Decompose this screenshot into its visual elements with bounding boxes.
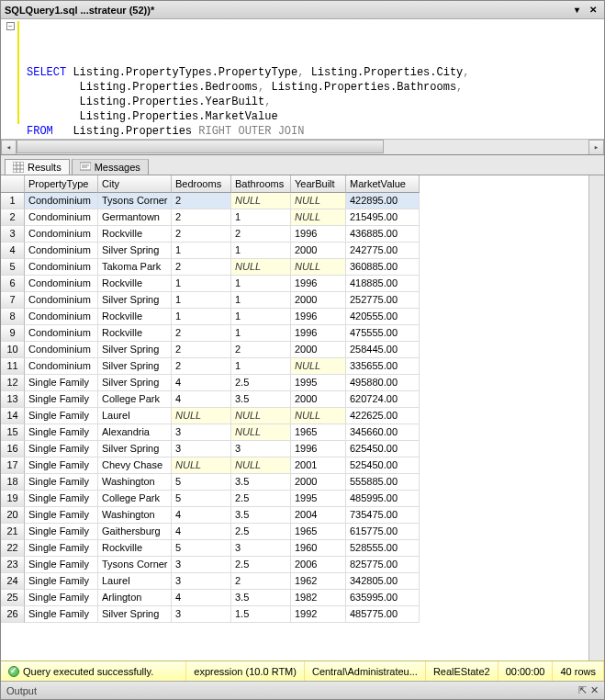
grid-cell[interactable]: Condominium: [25, 358, 98, 375]
grid-cell[interactable]: 2000: [291, 243, 346, 259]
grid-cell[interactable]: Single Family: [25, 507, 98, 524]
scroll-thumb[interactable]: [17, 140, 384, 153]
row-number[interactable]: 15: [1, 424, 25, 441]
grid-cell[interactable]: 1996: [291, 441, 346, 457]
row-number[interactable]: 13: [1, 391, 25, 408]
grid-cell[interactable]: Silver Spring: [98, 292, 172, 309]
grid-cell[interactable]: 2: [172, 342, 231, 358]
dropdown-icon[interactable]: ▾: [569, 4, 584, 17]
row-number[interactable]: 9: [1, 325, 25, 342]
grid-cell[interactable]: 335655.00: [346, 358, 420, 375]
grid-cell[interactable]: Single Family: [25, 590, 98, 606]
pin-icon[interactable]: ⇱: [578, 684, 587, 696]
grid-cell[interactable]: 475555.00: [346, 325, 420, 342]
row-number[interactable]: 16: [1, 441, 25, 457]
grid-cell[interactable]: Condominium: [25, 193, 98, 209]
grid-cell[interactable]: 4: [172, 524, 231, 540]
grid-cell[interactable]: 2.5: [231, 524, 291, 540]
grid-cell[interactable]: 1: [231, 292, 291, 309]
grid-cell[interactable]: 418885.00: [346, 276, 420, 292]
v-scrollbar[interactable]: [588, 175, 604, 660]
row-number[interactable]: 25: [1, 590, 25, 606]
grid-cell[interactable]: College Park: [98, 491, 172, 507]
fold-icon[interactable]: −: [6, 22, 15, 30]
grid-cell[interactable]: Silver Spring: [98, 243, 172, 259]
row-number[interactable]: 4: [1, 243, 25, 259]
grid-cell[interactable]: Single Family: [25, 524, 98, 540]
scroll-left-icon[interactable]: ◂: [1, 140, 17, 155]
grid-cell[interactable]: 2: [172, 325, 231, 342]
column-header[interactable]: City: [98, 175, 172, 193]
row-number[interactable]: 8: [1, 309, 25, 325]
grid-cell[interactable]: 422895.00: [346, 193, 420, 209]
row-number[interactable]: 1: [1, 193, 25, 209]
grid-cell[interactable]: 1: [172, 292, 231, 309]
grid-cell[interactable]: 1: [231, 325, 291, 342]
grid-cell[interactable]: 2000: [291, 391, 346, 408]
row-number[interactable]: 26: [1, 606, 25, 623]
grid-cell[interactable]: Rockville: [98, 226, 172, 243]
grid-cell[interactable]: 3: [172, 606, 231, 623]
grid-cell[interactable]: 1996: [291, 276, 346, 292]
row-number[interactable]: 18: [1, 474, 25, 491]
grid-cell[interactable]: 1: [231, 209, 291, 226]
grid-cell[interactable]: Rockville: [98, 540, 172, 557]
grid-cell[interactable]: Single Family: [25, 491, 98, 507]
grid-cell[interactable]: 2000: [291, 342, 346, 358]
grid-cell[interactable]: 436885.00: [346, 226, 420, 243]
grid-cell[interactable]: 342805.00: [346, 573, 420, 590]
tab-results[interactable]: Results: [5, 159, 70, 175]
grid-cell[interactable]: 2: [172, 259, 231, 276]
grid-cell[interactable]: NULL: [231, 424, 291, 441]
grid-cell[interactable]: NULL: [291, 193, 346, 209]
grid-cell[interactable]: Single Family: [25, 375, 98, 391]
grid-cell[interactable]: 620724.00: [346, 391, 420, 408]
row-number[interactable]: 11: [1, 358, 25, 375]
grid-cell[interactable]: 495880.00: [346, 375, 420, 391]
grid-cell[interactable]: Condominium: [25, 259, 98, 276]
row-number[interactable]: 14: [1, 408, 25, 424]
grid-cell[interactable]: NULL: [231, 457, 291, 474]
grid-cell[interactable]: Condominium: [25, 292, 98, 309]
grid-cell[interactable]: 1995: [291, 375, 346, 391]
row-number[interactable]: 20: [1, 507, 25, 524]
grid-cell[interactable]: 1: [231, 276, 291, 292]
grid-cell[interactable]: Tysons Corner: [98, 557, 172, 573]
grid-cell[interactable]: 555885.00: [346, 474, 420, 491]
grid-cell[interactable]: 4: [172, 375, 231, 391]
grid-cell[interactable]: 420555.00: [346, 309, 420, 325]
row-number[interactable]: 10: [1, 342, 25, 358]
grid-cell[interactable]: 4: [172, 391, 231, 408]
grid-cell[interactable]: Single Family: [25, 573, 98, 590]
grid-cell[interactable]: Silver Spring: [98, 375, 172, 391]
grid-cell[interactable]: 1: [231, 309, 291, 325]
grid-cell[interactable]: 422625.00: [346, 408, 420, 424]
grid-cell[interactable]: 1995: [291, 491, 346, 507]
grid-cell[interactable]: Washington: [98, 474, 172, 491]
grid-cell[interactable]: 258445.00: [346, 342, 420, 358]
grid-cell[interactable]: 3: [231, 540, 291, 557]
grid-cell[interactable]: 1: [231, 358, 291, 375]
grid-cell[interactable]: 1.5: [231, 606, 291, 623]
grid-cell[interactable]: 525450.00: [346, 457, 420, 474]
grid-cell[interactable]: 1: [172, 276, 231, 292]
grid-cell[interactable]: 4: [172, 507, 231, 524]
row-number[interactable]: 3: [1, 226, 25, 243]
grid-cell[interactable]: 1982: [291, 590, 346, 606]
column-header[interactable]: Bathrooms: [231, 175, 291, 193]
grid-cell[interactable]: Single Family: [25, 606, 98, 623]
grid-cell[interactable]: 2.5: [231, 375, 291, 391]
h-scrollbar[interactable]: ◂ ▸: [1, 139, 604, 154]
grid-cell[interactable]: Single Family: [25, 408, 98, 424]
grid-cell[interactable]: Laurel: [98, 408, 172, 424]
grid-cell[interactable]: 1: [231, 243, 291, 259]
grid-cell[interactable]: 2: [231, 573, 291, 590]
row-number[interactable]: 7: [1, 292, 25, 309]
grid-cell[interactable]: 2001: [291, 457, 346, 474]
grid-cell[interactable]: 1992: [291, 606, 346, 623]
grid-cell[interactable]: Silver Spring: [98, 358, 172, 375]
grid-cell[interactable]: 2004: [291, 507, 346, 524]
close-output-icon[interactable]: ✕: [590, 684, 599, 696]
grid-cell[interactable]: 1996: [291, 226, 346, 243]
grid-cell[interactable]: Condominium: [25, 325, 98, 342]
